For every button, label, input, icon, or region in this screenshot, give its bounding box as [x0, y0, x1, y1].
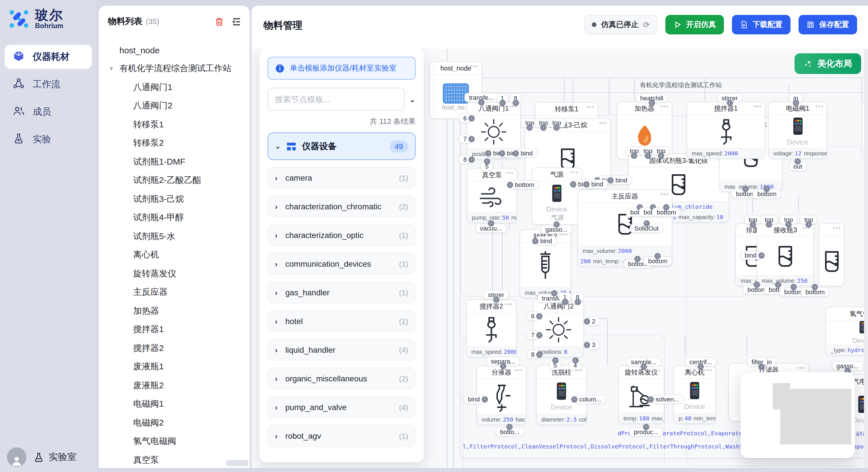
tree-item-主反应器[interactable]: 主反应器	[99, 283, 250, 302]
port-chip-botto...[interactable]: botto...›	[495, 427, 524, 436]
port-handle-icon[interactable]: ‹	[584, 341, 590, 348]
tree-item-废液瓶1[interactable]: 废液瓶1	[99, 358, 250, 376]
port-handle-icon[interactable]: ›	[663, 204, 670, 210]
port-handle-icon[interactable]: ›	[643, 424, 649, 430]
port-handle-icon[interactable]: ›	[500, 363, 506, 369]
port-chip-bottom[interactable]: bottom›	[644, 256, 672, 266]
node-menu-icon[interactable]: •••	[470, 63, 479, 69]
port-chip-gasso...[interactable]: gasso...›	[541, 225, 572, 234]
node-menu-icon[interactable]: •••	[505, 301, 513, 307]
node-menu-icon[interactable]: •••	[704, 367, 712, 373]
template-group-hotel[interactable]: ›hotel(1)	[268, 310, 415, 332]
port-chip-1[interactable]: 1›	[496, 94, 508, 103]
port-handle-icon[interactable]: ›	[552, 357, 558, 364]
port-handle-icon[interactable]: ›	[764, 186, 770, 192]
canvas-node-气源[interactable]: 气源•••Device气源	[532, 167, 582, 225]
tree-item-旋转蒸发仪[interactable]: 旋转蒸发仪	[99, 264, 250, 283]
port-handle-icon[interactable]: ›	[793, 100, 799, 106]
port-handle-icon[interactable]: ‹	[513, 150, 519, 156]
port-handle-icon[interactable]: ›	[643, 220, 650, 227]
tree-item-废液瓶2[interactable]: 废液瓶2	[99, 376, 250, 395]
template-group-camera[interactable]: ›camera(1)	[268, 167, 415, 189]
port-handle-icon[interactable]: ›	[499, 100, 505, 106]
port-chip-8[interactable]: 8›	[571, 293, 584, 302]
port-handle-icon[interactable]: ‹	[485, 150, 491, 156]
port-handle-icon[interactable]: ›	[493, 297, 499, 303]
port-chip-8[interactable]: 8›	[459, 155, 471, 164]
collapse-list-icon[interactable]	[231, 16, 242, 27]
port-chip-6[interactable]: 6›	[526, 311, 539, 321]
port-handle-icon[interactable]: ›	[655, 253, 661, 259]
port-handle-icon[interactable]: ‹	[532, 238, 538, 244]
port-chip-top[interactable]: top›	[800, 215, 818, 224]
canvas-node-搅拌器2[interactable]: 搅拌器2•••max_speed:2000	[466, 299, 517, 357]
canvas-node-真空泵[interactable]: 真空泵•••pump_rate:50max_vacuum:0.1	[467, 168, 517, 223]
sidebar-item-experiments[interactable]: 实验	[5, 127, 92, 151]
category-instruments[interactable]: ⌄ 仪器设备 49	[268, 133, 415, 160]
node-menu-icon[interactable]: •••	[660, 103, 669, 109]
node-menu-icon[interactable]: •••	[753, 103, 762, 109]
port-handle-icon[interactable]: ‹	[583, 181, 590, 187]
port-chip-heatchill[interactable]: heatchill›	[636, 94, 668, 103]
tree-item-转移泵1[interactable]: 转移泵1	[99, 115, 250, 134]
port-handle-icon[interactable]: ‹	[499, 150, 505, 156]
node-menu-icon[interactable]: •••	[515, 367, 523, 373]
node-menu-icon[interactable]: •••	[586, 103, 595, 110]
template-group-organic_miscellaneous[interactable]: ›organic_miscellaneous(2)	[268, 368, 415, 390]
port-handle-icon[interactable]: ›	[634, 256, 641, 262]
port-chip-stirrer[interactable]: stirrer›	[484, 290, 508, 299]
port-chip-sample...[interactable]: sample...›	[626, 357, 661, 367]
port-handle-icon[interactable]: ›	[758, 252, 765, 258]
chevron-down-icon[interactable]: ▾	[105, 65, 117, 72]
port-handle-icon[interactable]: ›	[482, 396, 488, 402]
port-chip-bind[interactable]: bind›	[463, 395, 485, 404]
port-chip-2[interactable]: 2‹	[587, 316, 600, 326]
port-chip-stirrer[interactable]: stirrer›	[717, 94, 742, 103]
port-chip-produc...[interactable]: produc...›	[629, 427, 663, 436]
tree-item-电磁阀2[interactable]: 电磁阀2	[99, 413, 250, 432]
beautify-layout-button[interactable]: 美化布局	[795, 53, 861, 74]
port-handle-icon[interactable]: ‹	[571, 396, 578, 402]
canvas-node-card[interactable]: •••	[818, 223, 844, 286]
port-chip-1[interactable]: 1›	[559, 293, 571, 302]
port-handle-icon[interactable]: ›	[791, 284, 797, 290]
port-chip-transfe...[interactable]: transfe...›	[464, 93, 498, 102]
port-chip-separa...[interactable]: separa...›	[486, 357, 520, 366]
port-handle-icon[interactable]: ›	[513, 100, 519, 106]
tree-item-host_node[interactable]: host_node	[99, 41, 250, 59]
port-handle-icon[interactable]: ›	[553, 222, 560, 228]
port-handle-icon[interactable]: ›	[795, 158, 801, 165]
port-chip-4[interactable]: 4›	[569, 361, 582, 370]
port-handle-icon[interactable]: ‹	[507, 181, 513, 188]
port-chip-bind[interactable]: bind›	[740, 250, 761, 260]
tree-item-离心机[interactable]: 离心机	[99, 246, 250, 264]
port-chip-8[interactable]: 8›	[526, 350, 539, 359]
tree-item-氢气电磁阀[interactable]: 氢气电磁阀	[99, 432, 250, 451]
port-chip-bind[interactable]: bind‹	[516, 148, 537, 158]
port-handle-icon[interactable]: ›	[726, 100, 733, 106]
collapse-all-chevron-icon[interactable]: ⌄	[409, 95, 415, 103]
tree-item-试剂瓶5-水[interactable]: 试剂瓶5-水	[99, 227, 250, 246]
port-chip-6[interactable]: 6›	[459, 113, 471, 123]
port-handle-icon[interactable]: ›	[743, 186, 749, 192]
port-chip-bottom[interactable]: bottom›	[753, 189, 781, 198]
port-chip-5[interactable]: 5›	[549, 361, 561, 370]
port-chip-vacuu...[interactable]: vacuu...›	[475, 224, 507, 233]
save-config-button[interactable]: 保存配置	[799, 15, 857, 34]
template-group-characterization_optic[interactable]: ›characterization_optic(1)	[268, 224, 415, 246]
port-chip-7[interactable]: 7›	[459, 134, 471, 143]
node-menu-icon[interactable]: •••	[570, 169, 579, 175]
refresh-icon[interactable]: ⟳	[643, 20, 650, 29]
port-chip-gasso...[interactable]: gasso...›	[832, 361, 863, 370]
tree-item-试剂瓶4-甲醇[interactable]: 试剂瓶4-甲醇	[99, 208, 250, 227]
port-chip-5[interactable]: 5›	[480, 162, 493, 171]
canvas-node-电磁阀1[interactable]: 电磁阀1•••Devicevoltage:12response_time:0.1	[768, 102, 827, 159]
port-chip-bind[interactable]: bind‹	[536, 236, 557, 245]
port-handle-icon[interactable]: ›	[488, 220, 494, 227]
port-handle-icon[interactable]: ›	[812, 284, 818, 290]
port-chip-centrif...[interactable]: centrif...›	[685, 357, 716, 367]
port-chip-8[interactable]: 8›	[509, 94, 522, 103]
tree-item-转移泵2[interactable]: 转移泵2	[99, 134, 250, 153]
tree-item-试剂瓶3-己烷[interactable]: 试剂瓶3-己烷	[99, 190, 250, 208]
port-chip-3[interactable]: 3‹	[587, 340, 600, 349]
